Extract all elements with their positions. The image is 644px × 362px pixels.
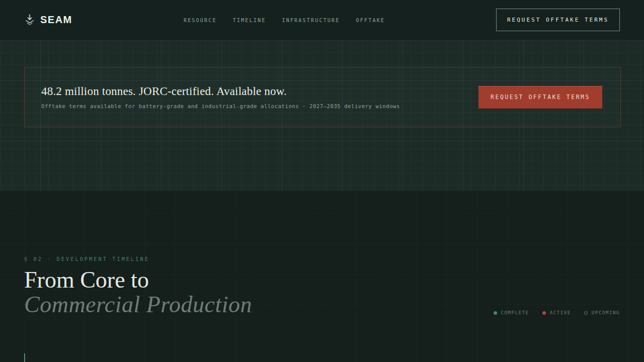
brand-name: SEAM xyxy=(40,14,72,26)
timeline-status-legend: COMPLETE ACTIVE UPCOMING xyxy=(494,310,620,315)
offtake-offer-banner: 48.2 million tonnes. JORC-certified. Ava… xyxy=(24,67,621,127)
section-title-line1: From Core to xyxy=(24,267,149,293)
main-nav: RESOURCE TIMELINE INFRASTRUCTURE OFFTAKE xyxy=(184,0,385,40)
section-title-line2: Commercial Production xyxy=(24,292,252,317)
section-eyebrow: § 02 · DEVELOPMENT TIMELINE xyxy=(24,256,149,262)
timeline-vertical-rail xyxy=(24,353,25,362)
request-offtake-terms-button-header[interactable]: REQUEST OFFTAKE TERMS xyxy=(496,9,620,31)
hero-grid-section: 48.2 million tonnes. JORC-certified. Ava… xyxy=(0,40,644,191)
legend-label-upcoming: UPCOMING xyxy=(592,310,620,315)
legend-item-active: ACTIVE xyxy=(542,310,571,315)
complete-status-dot-icon xyxy=(494,311,497,315)
nav-item-resource[interactable]: RESOURCE xyxy=(184,18,217,23)
legend-label-active: ACTIVE xyxy=(550,310,571,315)
top-navigation-bar: SEAM RESOURCE TIMELINE INFRASTRUCTURE OF… xyxy=(0,0,644,40)
legend-item-upcoming: UPCOMING xyxy=(584,310,620,315)
nav-item-timeline[interactable]: TIMELINE xyxy=(233,18,266,23)
active-status-dot-icon xyxy=(542,311,546,315)
seam-strata-arrow-icon xyxy=(24,14,35,27)
legend-label-complete: COMPLETE xyxy=(501,310,529,315)
legend-item-complete: COMPLETE xyxy=(494,310,529,315)
offer-text-group: 48.2 million tonnes. JORC-certified. Ava… xyxy=(41,85,400,109)
brand-logo[interactable]: SEAM xyxy=(24,14,72,27)
nav-item-infrastructure[interactable]: INFRASTRUCTURE xyxy=(282,18,340,23)
development-timeline-section: § 02 · DEVELOPMENT TIMELINE From Core to… xyxy=(0,191,644,362)
request-offtake-terms-button-banner[interactable]: REQUEST OFFTAKE TERMS xyxy=(478,86,602,109)
section-title: From Core to Commercial Production xyxy=(24,267,252,317)
offer-subtext: Offtake terms available for battery-grad… xyxy=(41,103,400,109)
offer-headline: 48.2 million tonnes. JORC-certified. Ava… xyxy=(41,85,400,98)
upcoming-status-dot-icon xyxy=(584,311,588,315)
nav-item-offtake[interactable]: OFFTAKE xyxy=(356,18,385,23)
